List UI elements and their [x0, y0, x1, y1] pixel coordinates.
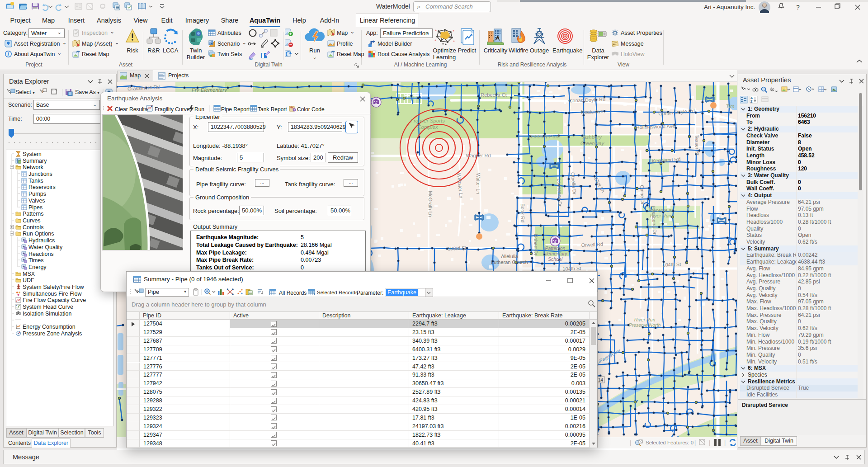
svg-text:Frontier Sports: Frontier Sports	[410, 118, 445, 123]
svg-text:Patterson: Patterson	[545, 245, 566, 251]
svg-text:Rebecca Ct: Rebecca Ct	[481, 92, 506, 98]
svg-text:Caine Dr: Caine Dr	[639, 185, 646, 205]
svg-text:Ashbury Park: Ashbury Park	[528, 134, 560, 139]
svg-text:School: School	[548, 256, 563, 262]
svg-text:Ashbury: Ashbury	[582, 134, 602, 140]
svg-text:Lutheran Church: Lutheran Church	[491, 259, 528, 265]
svg-text:Elementary: Elementary	[543, 251, 567, 256]
svg-text:103rd St: 103rd St	[448, 245, 467, 251]
svg-text:Wagner Rd: Wagner Rd	[466, 153, 491, 158]
svg-text:Preserve North: Preserve North	[629, 322, 661, 328]
svg-text:Complex: Complex	[417, 124, 439, 130]
svg-text:Tesser St: Tesser St	[694, 135, 700, 156]
svg-text:Walter Ln: Walter Ln	[476, 173, 481, 194]
svg-text:Allelulia: Allelulia	[501, 254, 519, 259]
svg-text:Greenway: Greenway	[580, 141, 605, 146]
svg-text:A: A	[750, 96, 753, 99]
svg-text:Robert Dr: Robert Dr	[533, 234, 538, 255]
svg-text:Book Rd: Book Rd	[520, 203, 525, 222]
svg-text:River Run: River Run	[650, 213, 671, 218]
svg-text:River Run: River Run	[634, 317, 656, 322]
svg-text:Z: Z	[750, 100, 753, 103]
svg-text:104th St: 104th St	[562, 265, 581, 271]
svg-text:104th St: 104th St	[662, 261, 681, 267]
svg-text:Preserve at: Preserve at	[648, 208, 673, 213]
svg-text:Orwell Rd: Orwell Rd	[581, 241, 603, 248]
svg-text:14: 14	[598, 377, 604, 382]
svg-text:?: ?	[796, 4, 800, 11]
svg-text:Tim: Tim	[726, 104, 734, 109]
svg-text:McGrath Ln: McGrath Ln	[428, 191, 433, 217]
svg-text:Keats Ave: Keats Ave	[581, 108, 604, 115]
svg-text:Lawrence Dr: Lawrence Dr	[557, 178, 563, 207]
